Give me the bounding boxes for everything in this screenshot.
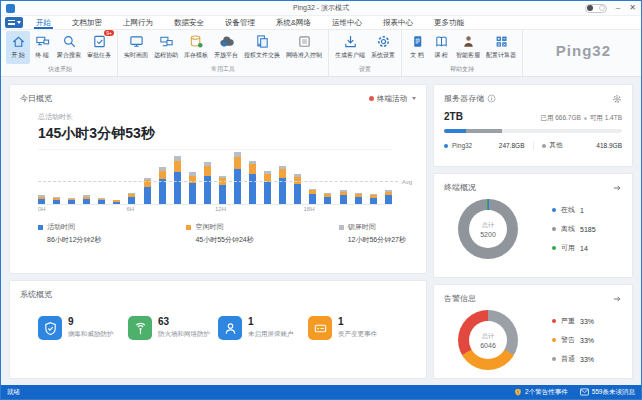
screen-icon	[129, 33, 144, 50]
network-access-icon	[297, 33, 312, 50]
legend-dot	[552, 208, 556, 212]
app-window: Ping32 - 演示模式 – ✕ 开始 文档加密 上网行为 数据安全 设备管理…	[0, 0, 642, 400]
tab-device-mgmt[interactable]: 设备管理	[223, 16, 257, 29]
ribbon-item-nac[interactable]: 网络准入控制	[283, 31, 325, 64]
x-tick-label: 18H	[304, 206, 315, 212]
ribbon-item-inventory-template[interactable]: 库存模板	[181, 31, 211, 64]
terminal-donut-chart: 总计 5200	[458, 199, 518, 259]
minimize-button[interactable]: –	[616, 4, 620, 12]
legend-warning: 警告33%	[552, 335, 594, 345]
titlebar: Ping32 - 演示模式 – ✕	[1, 1, 641, 16]
ribbon-group-label: 帮助支持	[405, 64, 519, 76]
file-menu-button[interactable]	[5, 17, 23, 28]
ribbon-item-system-settings[interactable]: 系统设置	[368, 31, 398, 64]
ribbon-group-settings: 生成客户端 系统设置 设置	[329, 30, 402, 76]
chart-bar	[234, 152, 241, 204]
ribbon-item-approval-tasks[interactable]: 审批任务 9+	[84, 31, 114, 64]
chart-bar	[249, 161, 256, 204]
ribbon-item-remote-assist[interactable]: 远程协助	[151, 31, 181, 64]
card-title: 系统概览	[20, 289, 416, 300]
search-icon	[62, 33, 77, 50]
stat-asset-changes[interactable]: 1资产变更事件	[308, 316, 398, 340]
file-exchange-icon	[255, 33, 270, 50]
legend-dot	[552, 246, 556, 250]
chart-bar	[324, 193, 331, 204]
metric-label: 总活动时长	[38, 112, 416, 122]
approval-badge: 9+	[104, 30, 114, 36]
ribbon-item-docs[interactable]: 文 档	[405, 31, 429, 64]
gear-icon	[376, 33, 391, 50]
chart-bar	[98, 198, 105, 204]
tab-home[interactable]: 开始	[34, 16, 53, 29]
chart-avg-label: Avg	[402, 179, 412, 185]
storage-free: 可用 1.4TB	[590, 114, 622, 123]
metric-value: 145小时3分钟53秒	[38, 125, 416, 143]
alerts-detail-link[interactable]	[612, 294, 622, 304]
ribbon-item-search[interactable]: 聚合搜索	[54, 31, 84, 64]
storage-legend-ping32: Ping32 247.8GB	[444, 142, 525, 149]
ribbon-item-generate-client[interactable]: 生成客户端	[332, 31, 368, 64]
chart-bar	[385, 190, 392, 204]
terminal-icon	[35, 33, 50, 50]
tab-report-center[interactable]: 报表中心	[381, 16, 415, 29]
tab-system-network[interactable]: 系统&网络	[274, 16, 313, 29]
stat-firewall-protection[interactable]: 63防火墙和网络防护	[128, 316, 218, 340]
home-icon	[11, 33, 26, 50]
theme-toggle[interactable]	[585, 4, 607, 13]
terminal-detail-link[interactable]	[612, 183, 622, 193]
tab-ops-center[interactable]: 运维中心	[330, 16, 364, 29]
legend-dot	[552, 319, 556, 323]
ribbon-item-live-screen[interactable]: 实时画面	[121, 31, 151, 64]
ribbon-group-label: 快速开始	[6, 64, 114, 76]
tab-data-security[interactable]: 数据安全	[172, 16, 206, 29]
x-tick-label: 6H	[127, 206, 135, 212]
chart-bar	[113, 200, 120, 204]
stat-virus-protection[interactable]: 9病毒和威胁防护	[38, 316, 128, 340]
info-icon[interactable]	[487, 94, 496, 103]
ribbon-item-terminal[interactable]: 终 端	[30, 31, 54, 64]
envelope-icon	[580, 388, 589, 396]
gear-icon[interactable]	[612, 94, 622, 104]
ribbon-item-support[interactable]: 智能客服	[453, 31, 483, 64]
storage-progress-bar	[444, 129, 622, 133]
ribbon-item-courses[interactable]: 课 程	[429, 31, 453, 64]
chevron-down-icon	[17, 21, 21, 24]
legend-marker	[38, 225, 43, 230]
chart-bar	[309, 189, 316, 204]
legend-online: 在线1	[552, 205, 596, 215]
legend-marker	[339, 225, 344, 230]
ribbon-item-file-exchange[interactable]: 授权文件交换	[241, 31, 283, 64]
red-dot-icon	[369, 96, 374, 101]
warning-shield-icon	[514, 388, 522, 396]
legend-dot	[552, 338, 556, 342]
card-title: 服务器存储	[444, 93, 484, 104]
close-button[interactable]: ✕	[629, 4, 636, 12]
tab-doc-encryption[interactable]: 文档加密	[70, 16, 104, 29]
remote-assist-icon	[159, 33, 174, 50]
hamburger-icon	[8, 20, 15, 25]
server-storage-card: 服务器存储 2TB 已用 666.7GB 可用 1.4TB	[433, 84, 633, 167]
sun-icon	[599, 5, 605, 11]
status-warning-events[interactable]: 2个警告性事件	[514, 388, 568, 397]
chart-bar	[294, 174, 301, 204]
legend-idle-time: 空闲时间 45小时55分钟24秒	[186, 222, 253, 245]
chart-bar	[340, 190, 347, 204]
alerts-card: 告警信息 总计 6046 严重33% 警告33%	[433, 284, 633, 379]
ribbon-item-config-calculator[interactable]: 配置计算器	[483, 31, 519, 64]
shield-check-icon	[38, 316, 62, 340]
chart-bar	[68, 198, 75, 204]
tab-web-behavior[interactable]: 上网行为	[121, 16, 155, 29]
ribbon-item-home[interactable]: 开 始	[6, 31, 30, 64]
user-icon	[218, 316, 242, 340]
dot-icon	[584, 117, 587, 120]
x-tick-label: 0H	[38, 206, 46, 212]
stat-no-screensaver-accounts[interactable]: 1未启用屏保账户	[218, 316, 308, 340]
activity-filter-dropdown[interactable]: 终端活动	[369, 94, 416, 104]
storage-total: 2TB	[444, 111, 463, 122]
x-tick-label: 12H	[215, 206, 226, 212]
status-unread-messages[interactable]: 559条未读消息	[580, 388, 635, 397]
ribbon-item-open-platform[interactable]: 开放平台	[211, 31, 241, 64]
brand-logo: Ping32	[556, 42, 611, 59]
tab-more-features[interactable]: 更多功能	[432, 16, 466, 29]
arrow-right-icon	[612, 294, 622, 304]
